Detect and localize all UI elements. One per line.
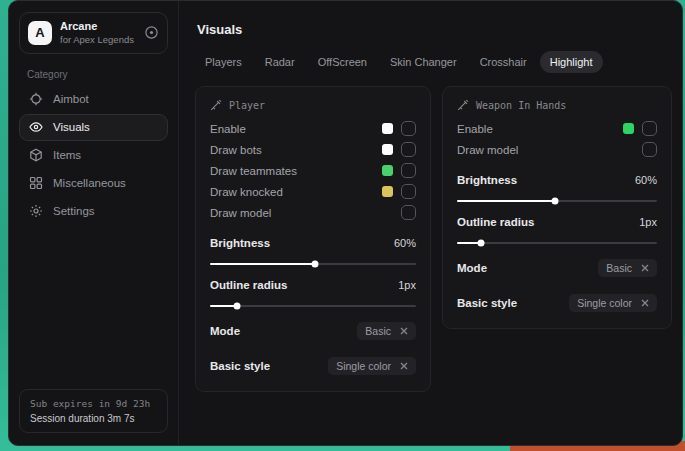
tab-bar: Players Radar OffScreen Skin Changer Cro… xyxy=(195,51,672,73)
tab-players[interactable]: Players xyxy=(195,51,252,73)
brightness-slider[interactable] xyxy=(457,200,657,202)
mode-row: Mode Basic xyxy=(210,320,416,342)
mode-tag[interactable]: Basic xyxy=(598,259,657,277)
brightness-value: 60% xyxy=(635,174,657,186)
app-window: A Arcane for Apex Legends Category xyxy=(8,0,683,446)
mode-tag[interactable]: Basic xyxy=(357,322,416,340)
slider-fill xyxy=(210,263,315,265)
sidebar-item-label: Miscellaneous xyxy=(53,177,126,189)
outline-radius-value: 1px xyxy=(639,216,657,228)
tab-crosshair[interactable]: Crosshair xyxy=(470,51,537,73)
outline-radius-slider[interactable] xyxy=(210,305,416,307)
tag-label: Basic xyxy=(606,262,632,274)
sidebar-item-aimbot[interactable]: Aimbot xyxy=(19,86,168,113)
checkbox[interactable] xyxy=(642,142,657,157)
outline-radius-value: 1px xyxy=(398,279,416,291)
checkbox[interactable] xyxy=(642,121,657,136)
slider-handle[interactable] xyxy=(312,261,319,268)
sidebar-item-settings[interactable]: Settings xyxy=(19,198,168,225)
subscription-info-card: Sub expires in 9d 23h Session duration 3… xyxy=(19,389,168,433)
toggle-row-enable: Enable xyxy=(210,118,416,139)
outline-radius-label: Outline radius xyxy=(457,216,534,228)
basic-style-tag[interactable]: Single color xyxy=(569,294,657,312)
color-swatch[interactable] xyxy=(382,123,393,134)
checkbox[interactable] xyxy=(401,121,416,136)
sidebar-item-visuals[interactable]: Visuals xyxy=(19,114,168,141)
app-title: Arcane xyxy=(60,20,134,34)
brightness-value: 60% xyxy=(394,237,416,249)
sidebar-item-label: Settings xyxy=(53,205,95,217)
toggle-row-draw-model: Draw model xyxy=(457,139,657,160)
toggle-row-draw-teammates: Draw teammates xyxy=(210,160,416,181)
box-icon xyxy=(29,148,43,162)
sidebar-item-miscellaneous[interactable]: Miscellaneous xyxy=(19,170,168,197)
brightness-label: Brightness xyxy=(210,237,270,249)
eye-icon xyxy=(29,120,43,134)
sidebar-item-label: Visuals xyxy=(53,121,90,133)
basic-style-label: Basic style xyxy=(210,360,270,372)
content-area: Player Enable Draw bots xyxy=(195,86,672,392)
main-area: Visuals Players Radar OffScreen Skin Cha… xyxy=(179,1,683,445)
tab-offscreen[interactable]: OffScreen xyxy=(308,51,377,73)
slider-handle[interactable] xyxy=(233,303,240,310)
slider-handle[interactable] xyxy=(552,198,559,205)
checkbox[interactable] xyxy=(401,205,416,220)
category-label: Category xyxy=(27,69,160,80)
sidebar-item-label: Aimbot xyxy=(53,93,89,105)
setting-label: Draw knocked xyxy=(210,186,283,198)
setting-label: Draw model xyxy=(210,207,271,219)
sidebar-item-label: Items xyxy=(53,149,81,161)
color-swatch[interactable] xyxy=(382,186,393,197)
basic-style-tag[interactable]: Single color xyxy=(328,357,416,375)
sidebar-item-items[interactable]: Items xyxy=(19,142,168,169)
crosshair-icon xyxy=(29,92,43,106)
gun-icon xyxy=(210,99,222,111)
color-swatch[interactable] xyxy=(382,144,393,155)
session-duration: Session duration 3m 7s xyxy=(30,413,157,424)
discord-icon[interactable] xyxy=(144,25,159,40)
app-title-block: Arcane for Apex Legends xyxy=(60,20,134,46)
outline-radius-slider[interactable] xyxy=(457,242,657,244)
setting-label: Draw model xyxy=(457,144,518,156)
gear-icon xyxy=(29,204,43,218)
remove-tag-icon[interactable] xyxy=(400,327,408,335)
sidebar: A Arcane for Apex Legends Category xyxy=(9,1,179,445)
page-title: Visuals xyxy=(197,22,672,37)
panel-title: Player xyxy=(229,100,265,111)
tab-highlight[interactable]: Highlight xyxy=(540,51,603,73)
tab-skin-changer[interactable]: Skin Changer xyxy=(380,51,467,73)
checkbox[interactable] xyxy=(401,142,416,157)
brightness-slider[interactable] xyxy=(210,263,416,265)
panel-player: Player Enable Draw bots xyxy=(195,86,431,392)
color-swatch[interactable] xyxy=(623,123,634,134)
panel-title: Weapon In Hands xyxy=(476,100,566,111)
basic-style-row: Basic style Single color xyxy=(210,355,416,377)
toggle-row-draw-bots: Draw bots xyxy=(210,139,416,160)
mode-label: Mode xyxy=(210,325,240,337)
setting-label: Draw teammates xyxy=(210,165,297,177)
brightness-slider-group: Brightness 60% xyxy=(457,169,657,202)
outline-radius-label: Outline radius xyxy=(210,279,287,291)
slider-handle[interactable] xyxy=(478,240,485,247)
remove-tag-icon[interactable] xyxy=(641,299,649,307)
panel-weapon-header: Weapon In Hands xyxy=(457,99,657,111)
grid-icon xyxy=(29,176,43,190)
app-header-card: A Arcane for Apex Legends xyxy=(19,12,168,54)
setting-label: Enable xyxy=(457,123,493,135)
color-swatch[interactable] xyxy=(382,165,393,176)
checkbox[interactable] xyxy=(401,184,416,199)
remove-tag-icon[interactable] xyxy=(641,264,649,272)
gun-icon xyxy=(457,99,469,111)
outline-radius-slider-group: Outline radius 1px xyxy=(210,274,416,307)
sidebar-nav: Aimbot Visuals Items xyxy=(19,86,168,226)
mode-label: Mode xyxy=(457,262,487,274)
brightness-label: Brightness xyxy=(457,174,517,186)
remove-tag-icon[interactable] xyxy=(400,362,408,370)
subscription-expiry: Sub expires in 9d 23h xyxy=(30,398,157,409)
basic-style-row: Basic style Single color xyxy=(457,292,657,314)
tab-radar[interactable]: Radar xyxy=(255,51,305,73)
slider-fill xyxy=(457,200,555,202)
app-subtitle: for Apex Legends xyxy=(60,34,134,46)
app-logo: A xyxy=(28,21,52,45)
checkbox[interactable] xyxy=(401,163,416,178)
